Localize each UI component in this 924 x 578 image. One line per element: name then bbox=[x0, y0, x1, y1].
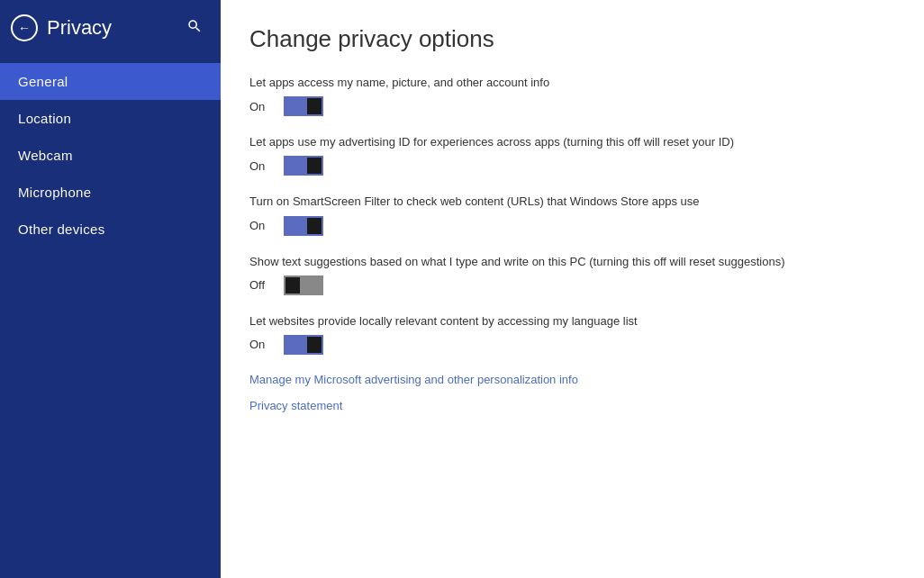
setting-advertising-id-toggle-row: On bbox=[249, 156, 895, 176]
toggle-track bbox=[284, 275, 323, 295]
page-title: Change privacy options bbox=[249, 25, 895, 53]
setting-language-list-description: Let websites provide locally relevant co… bbox=[249, 313, 862, 330]
toggle-thumb bbox=[285, 277, 300, 294]
back-button[interactable]: ← bbox=[11, 14, 38, 41]
sidebar-title: Privacy bbox=[47, 16, 112, 40]
setting-smartscreen: Turn on SmartScreen Filter to check web … bbox=[249, 194, 895, 235]
toggle-thumb bbox=[307, 218, 322, 234]
sidebar-item-microphone[interactable]: Microphone bbox=[0, 174, 221, 211]
setting-advertising-id-description: Let apps use my advertising ID for exper… bbox=[249, 134, 862, 150]
toggle-track bbox=[284, 335, 323, 355]
toggle-thumb bbox=[307, 337, 322, 353]
setting-text-suggestions-toggle[interactable] bbox=[284, 275, 323, 295]
setting-smartscreen-toggle[interactable] bbox=[284, 216, 323, 236]
setting-account-info: Let apps access my name, picture, and ot… bbox=[249, 75, 895, 116]
setting-account-info-toggle-row: On bbox=[249, 96, 895, 116]
toggle-thumb bbox=[307, 98, 322, 114]
manage-advertising-link[interactable]: Manage my Microsoft advertising and othe… bbox=[249, 373, 895, 386]
setting-account-info-toggle[interactable] bbox=[284, 96, 323, 116]
setting-smartscreen-toggle-row: On bbox=[249, 216, 895, 236]
setting-advertising-id-state: On bbox=[249, 159, 275, 173]
setting-advertising-id: Let apps use my advertising ID for exper… bbox=[249, 134, 895, 176]
toggle-track bbox=[284, 216, 323, 236]
setting-account-info-state: On bbox=[249, 100, 275, 113]
links-section: Manage my Microsoft advertising and othe… bbox=[249, 373, 895, 412]
sidebar-item-general[interactable]: General bbox=[0, 63, 221, 100]
sidebar: ← Privacy General Location Webcam Microp… bbox=[0, 0, 221, 578]
sidebar-item-other-devices[interactable]: Other devices bbox=[0, 211, 221, 248]
main-content: Change privacy options Let apps access m… bbox=[221, 0, 924, 578]
back-arrow-icon: ← bbox=[18, 22, 31, 34]
setting-text-suggestions: Show text suggestions based on what I ty… bbox=[249, 254, 895, 295]
sidebar-nav: General Location Webcam Microphone Other… bbox=[0, 63, 221, 248]
setting-advertising-id-toggle[interactable] bbox=[284, 156, 323, 176]
sidebar-item-location[interactable]: Location bbox=[0, 100, 221, 137]
toggle-thumb bbox=[307, 158, 322, 174]
setting-language-list-state: On bbox=[249, 338, 275, 351]
setting-text-suggestions-description: Show text suggestions based on what I ty… bbox=[249, 254, 862, 270]
privacy-statement-link[interactable]: Privacy statement bbox=[249, 399, 895, 412]
toggle-track bbox=[284, 156, 323, 176]
setting-language-list-toggle-row: On bbox=[249, 335, 895, 355]
setting-smartscreen-description: Turn on SmartScreen Filter to check web … bbox=[249, 194, 862, 210]
sidebar-header: ← Privacy bbox=[0, 0, 221, 56]
setting-language-list-toggle[interactable] bbox=[284, 335, 323, 355]
toggle-track bbox=[284, 96, 323, 116]
setting-language-list: Let websites provide locally relevant co… bbox=[249, 313, 895, 355]
sidebar-item-webcam[interactable]: Webcam bbox=[0, 137, 221, 174]
setting-text-suggestions-toggle-row: Off bbox=[249, 275, 895, 295]
search-button[interactable] bbox=[183, 14, 206, 41]
setting-account-info-description: Let apps access my name, picture, and ot… bbox=[249, 75, 862, 91]
search-icon bbox=[186, 18, 203, 34]
setting-text-suggestions-state: Off bbox=[249, 278, 275, 292]
setting-smartscreen-state: On bbox=[249, 219, 275, 232]
